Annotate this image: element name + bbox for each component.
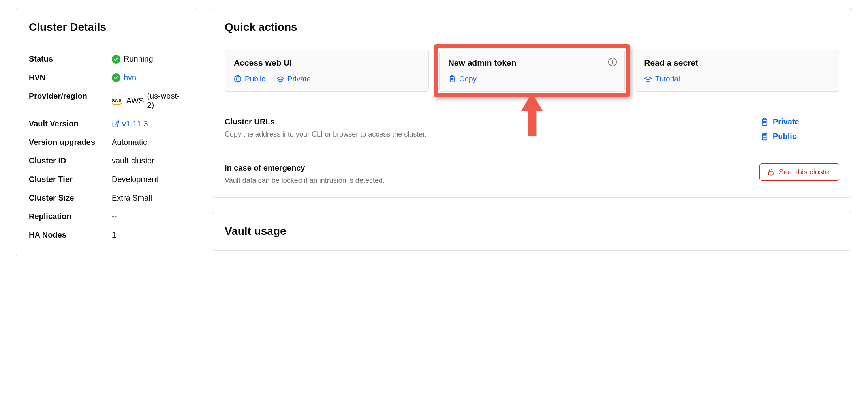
- row-cluster-id: Cluster ID vault-cluster: [29, 152, 184, 170]
- hvn-link[interactable]: hvn: [124, 73, 136, 82]
- cluster-urls-desc: Copy the address into your CLI or browse…: [225, 130, 751, 139]
- access-private-text: Private: [287, 75, 311, 83]
- cluster-url-public-link[interactable]: Public: [760, 132, 797, 141]
- cluster-urls-section: Cluster URLs Copy the address into your …: [225, 106, 839, 141]
- value-hvn: hvn: [112, 73, 136, 82]
- access-private-link[interactable]: Private: [276, 75, 311, 83]
- row-size: Cluster Size Extra Small: [29, 189, 184, 207]
- value-vault-version: v1.11.3: [112, 119, 148, 128]
- cluster-url-private-link[interactable]: Private: [760, 117, 799, 126]
- provider-region: (us-west-2): [147, 92, 184, 110]
- row-provider: Provider/region aws AWS (us-west-2): [29, 87, 184, 114]
- label-status: Status: [29, 54, 112, 64]
- svg-rect-19: [768, 172, 773, 175]
- globe-icon: [234, 75, 242, 83]
- label-replication: Replication: [29, 212, 112, 221]
- vault-version-link[interactable]: v1.11.3: [112, 119, 148, 128]
- lock-icon: [767, 168, 775, 176]
- clipboard-icon: [448, 75, 456, 83]
- provider-name: AWS: [126, 96, 144, 105]
- learn-icon: [276, 75, 284, 83]
- svg-line-0: [115, 121, 118, 124]
- token-copy-link[interactable]: Copy: [448, 75, 477, 83]
- svg-point-6: [612, 60, 613, 60]
- value-status: Running: [112, 54, 153, 64]
- row-status: Status Running: [29, 50, 184, 68]
- access-public-text: Public: [245, 75, 265, 83]
- qa-new-admin-token: New admin token Copy: [439, 50, 625, 92]
- qa-access-title: Access web UI: [234, 58, 420, 67]
- check-circle-icon: [112, 55, 120, 64]
- value-tier: Development: [112, 175, 158, 184]
- check-circle-icon: [112, 73, 120, 82]
- label-cluster-id: Cluster ID: [29, 156, 112, 165]
- learn-icon: [644, 75, 652, 83]
- aws-logo-icon: aws: [112, 97, 122, 105]
- cluster-url-private-text: Private: [773, 117, 799, 126]
- quick-actions-title: Quick actions: [225, 21, 839, 41]
- access-public-link[interactable]: Public: [234, 75, 265, 83]
- external-link-icon: [112, 120, 120, 128]
- label-vault-version: Vault Version: [29, 119, 112, 128]
- qa-read-secret: Read a secret Tutorial: [635, 50, 839, 92]
- vault-usage-card: Vault usage: [212, 212, 852, 251]
- vault-version-text: v1.11.3: [122, 119, 148, 128]
- token-copy-text: Copy: [459, 75, 477, 83]
- value-size: Extra Small: [112, 193, 152, 202]
- value-ha: 1: [112, 230, 116, 240]
- row-tier: Cluster Tier Development: [29, 170, 184, 189]
- cluster-url-public-text: Public: [773, 132, 797, 141]
- qa-access-web-ui: Access web UI Public Private: [225, 50, 429, 92]
- label-upgrades: Version upgrades: [29, 138, 112, 147]
- label-tier: Cluster Tier: [29, 175, 112, 184]
- info-icon[interactable]: [608, 57, 617, 67]
- qa-token-title: New admin token: [448, 58, 616, 67]
- value-replication: --: [112, 212, 117, 221]
- read-tutorial-text: Tutorial: [655, 75, 680, 83]
- quick-actions-card: Quick actions Access web UI Public Priva…: [212, 8, 852, 198]
- emergency-title: In case of emergency: [225, 163, 750, 172]
- row-hvn: HVN hvn: [29, 68, 184, 87]
- cluster-urls-title: Cluster URLs: [225, 117, 751, 126]
- value-cluster-id: vault-cluster: [112, 156, 154, 165]
- cluster-details-card: Cluster Details Status Running HVN hvn P…: [16, 8, 197, 257]
- label-hvn: HVN: [29, 73, 112, 82]
- seal-cluster-text: Seal this cluster: [779, 168, 832, 176]
- quick-actions-grid: Access web UI Public Private: [225, 50, 839, 92]
- cluster-details-title: Cluster Details: [29, 21, 184, 41]
- row-replication: Replication --: [29, 207, 184, 226]
- label-size: Cluster Size: [29, 193, 112, 202]
- row-upgrades: Version upgrades Automatic: [29, 133, 184, 152]
- qa-read-title: Read a secret: [644, 58, 830, 67]
- value-upgrades: Automatic: [112, 138, 147, 147]
- status-text: Running: [124, 54, 153, 64]
- label-ha: HA Nodes: [29, 230, 112, 240]
- emergency-section: In case of emergency Vault data can be l…: [225, 152, 839, 185]
- value-provider: aws AWS (us-west-2): [112, 92, 184, 110]
- emergency-desc: Vault data can be locked if an intrusion…: [225, 176, 750, 185]
- clipboard-icon: [760, 118, 769, 126]
- read-tutorial-link[interactable]: Tutorial: [644, 75, 680, 83]
- vault-usage-title: Vault usage: [225, 225, 839, 238]
- clipboard-icon: [760, 132, 769, 141]
- row-vault-version: Vault Version v1.11.3: [29, 114, 184, 133]
- label-provider: Provider/region: [29, 92, 112, 101]
- row-ha: HA Nodes 1: [29, 226, 184, 244]
- seal-cluster-button[interactable]: Seal this cluster: [759, 163, 839, 181]
